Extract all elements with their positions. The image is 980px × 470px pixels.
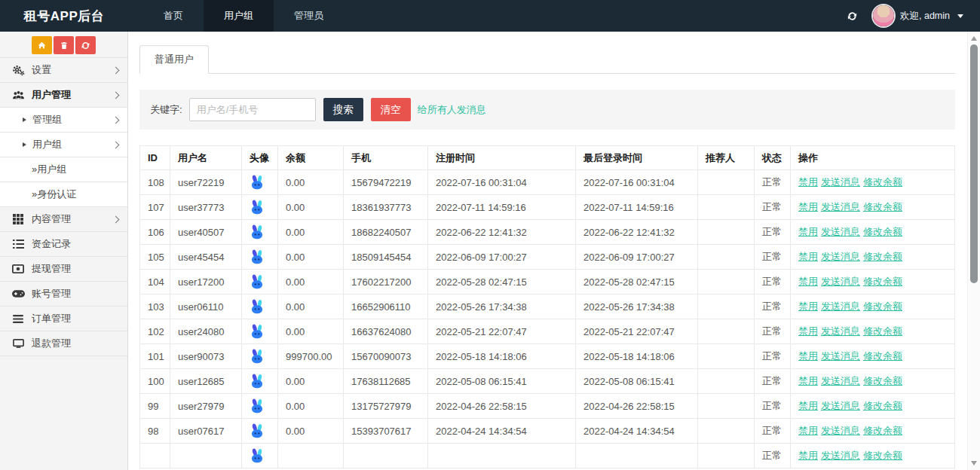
table-header-row: ID用户名头像余额手机注册时间最后登录时间推荐人状态操作 — [140, 146, 955, 170]
monitor-icon — [9, 339, 27, 349]
disable-user-link[interactable]: 禁用 — [798, 251, 818, 262]
edit-balance-link[interactable]: 修改余额 — [863, 176, 902, 188]
cell-id: 102 — [140, 319, 170, 344]
send-message-link[interactable]: 发送消息 — [821, 251, 860, 262]
cell-avatar — [242, 319, 278, 344]
disable-user-link[interactable]: 禁用 — [798, 350, 818, 362]
menu-item-label: 内容管理 — [32, 212, 71, 226]
sidebar-item-5[interactable]: »身份认证 — [0, 182, 127, 207]
send-message-link[interactable]: 发送消息 — [821, 301, 860, 312]
disable-user-link[interactable]: 禁用 — [798, 425, 818, 436]
cell-referrer — [698, 419, 755, 444]
scrollbar-thumb[interactable] — [970, 44, 978, 283]
cell-registered: 2022-04-26 22:58:15 — [428, 394, 576, 419]
chevron-right-icon — [112, 215, 120, 223]
clear-button[interactable]: 清空 — [371, 98, 411, 121]
disable-user-link[interactable]: 禁用 — [798, 375, 818, 386]
avatar-rabbit-icon — [250, 249, 265, 264]
trash-icon — [60, 41, 69, 50]
refresh-icon[interactable] — [847, 11, 858, 22]
disable-user-link[interactable]: 禁用 — [798, 276, 818, 287]
send-message-link[interactable]: 发送消息 — [821, 425, 860, 436]
cell-username: user17200 — [170, 270, 242, 295]
column-header-9: 操作 — [791, 146, 955, 170]
search-button[interactable]: 搜索 — [323, 98, 363, 121]
send-message-link[interactable]: 发送消息 — [821, 325, 860, 337]
menu-item-label: 订单管理 — [32, 312, 71, 325]
trash-button[interactable] — [54, 36, 74, 54]
cell-last-login: 2022-05-21 22:07:47 — [576, 319, 698, 344]
sidebar-toolbar — [0, 32, 127, 58]
sidebar-item-11[interactable]: 退款管理 — [0, 331, 127, 356]
cell-referrer — [698, 295, 755, 319]
nav-item-home[interactable]: 首页 — [143, 0, 204, 32]
menu-item-label: 资金记录 — [32, 237, 71, 251]
nav-item-admins[interactable]: 管理员 — [274, 0, 344, 32]
nav-item-user-groups[interactable]: 用户组 — [204, 0, 274, 32]
sidebar-item-9[interactable]: 账号管理 — [0, 282, 127, 307]
sidebar-item-1[interactable]: 用户管理 — [0, 83, 127, 108]
sidebar-item-10[interactable]: 订单管理 — [0, 307, 127, 331]
send-message-link[interactable]: 发送消息 — [821, 400, 860, 411]
sidebar-item-4[interactable]: »用户组 — [0, 157, 127, 182]
scroll-up-arrow-icon[interactable] — [971, 36, 977, 41]
disable-user-link[interactable]: 禁用 — [798, 301, 818, 312]
edit-balance-link[interactable]: 修改余额 — [863, 400, 902, 411]
send-message-link[interactable]: 发送消息 — [821, 276, 860, 287]
cell-last-login: 2022-04-26 22:58:15 — [576, 394, 698, 419]
edit-balance-link[interactable]: 修改余额 — [863, 301, 902, 312]
send-message-link[interactable]: 发送消息 — [821, 375, 860, 386]
scroll-down-arrow-icon[interactable] — [971, 461, 977, 465]
cell-avatar — [242, 394, 278, 419]
edit-balance-link[interactable]: 修改余额 — [863, 425, 902, 436]
sidebar-item-8[interactable]: 提现管理 — [0, 257, 127, 282]
send-message-link[interactable]: 发送消息 — [821, 450, 860, 461]
broadcast-message-link[interactable]: 给所有人发消息 — [418, 103, 486, 117]
disable-user-link[interactable]: 禁用 — [798, 400, 818, 411]
cell-username: user27979 — [170, 394, 242, 419]
cell-actions: 禁用发送消息修改余额 — [791, 419, 955, 444]
send-message-link[interactable]: 发送消息 — [821, 226, 860, 237]
disable-user-link[interactable]: 禁用 — [798, 176, 818, 188]
chevron-down-icon — [957, 14, 963, 18]
send-message-link[interactable]: 发送消息 — [821, 201, 860, 212]
edit-balance-link[interactable]: 修改余额 — [863, 375, 902, 386]
sidebar-item-2[interactable]: 管理组 — [0, 108, 127, 133]
cell-avatar — [242, 195, 278, 220]
sidebar-item-6[interactable]: 内容管理 — [0, 207, 127, 232]
cell-username: user24080 — [170, 319, 242, 344]
edit-balance-link[interactable]: 修改余额 — [863, 226, 902, 237]
sidebar-item-0[interactable]: 设置 — [0, 58, 127, 83]
vertical-scrollbar[interactable] — [967, 32, 980, 470]
send-message-link[interactable]: 发送消息 — [821, 176, 860, 188]
disable-user-link[interactable]: 禁用 — [798, 450, 818, 461]
edit-balance-link[interactable]: 修改余额 — [863, 276, 902, 287]
cell-status: 正常 — [755, 270, 791, 295]
table-row: 98 user07617 0.00 15393707617 2022-04-24… — [140, 419, 955, 444]
menu-item-label: »用户组 — [32, 163, 66, 176]
edit-balance-link[interactable]: 修改余额 — [863, 325, 902, 337]
cell-registered: 2022-05-26 17:34:38 — [428, 295, 576, 319]
cell-referrer — [698, 319, 755, 344]
tab-normal-users[interactable]: 普通用户 — [139, 45, 209, 74]
edit-balance-link[interactable]: 修改余额 — [863, 350, 902, 362]
sidebar-item-7[interactable]: 资金记录 — [0, 232, 127, 257]
cell-last-login: 2022-06-22 12:41:32 — [576, 220, 698, 245]
disable-user-link[interactable]: 禁用 — [798, 226, 818, 237]
cell-balance: 0.00 — [278, 170, 344, 195]
edit-balance-link[interactable]: 修改余额 — [863, 201, 902, 212]
cell-actions: 禁用发送消息修改余额 — [791, 444, 955, 468]
cogs-icon — [9, 65, 27, 76]
recycle-button[interactable] — [75, 36, 96, 54]
cell-phone: 17638112685 — [344, 369, 428, 394]
send-message-link[interactable]: 发送消息 — [821, 350, 860, 362]
home-button[interactable] — [32, 36, 52, 54]
triangle-right-icon — [23, 142, 26, 147]
user-menu[interactable]: 欢迎, admin — [873, 5, 963, 26]
keyword-input[interactable] — [189, 98, 316, 121]
edit-balance-link[interactable]: 修改余额 — [863, 251, 902, 262]
edit-balance-link[interactable]: 修改余额 — [863, 450, 902, 461]
disable-user-link[interactable]: 禁用 — [798, 325, 818, 337]
disable-user-link[interactable]: 禁用 — [798, 201, 818, 212]
sidebar-item-3[interactable]: 用户组 — [0, 133, 127, 157]
